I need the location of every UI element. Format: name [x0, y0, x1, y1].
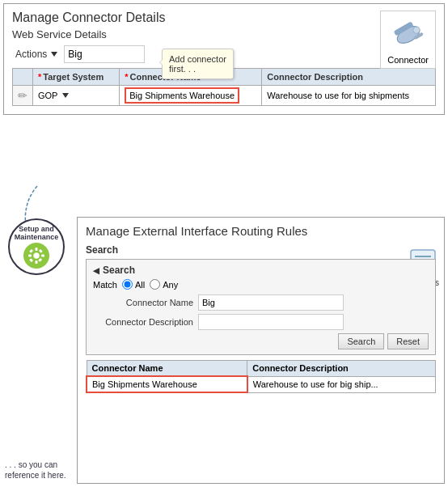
connector-name-cell: Big Shipments Warehouse — [120, 86, 262, 106]
section-title: Web Service Details — [12, 28, 436, 40]
result-col-desc: Connector Description — [247, 361, 436, 377]
search-button[interactable]: Search — [338, 333, 384, 349]
tooltip-box: Add connector first. . . — [162, 49, 234, 79]
svg-rect-7 — [36, 260, 38, 264]
match-row: Match All Any — [93, 279, 429, 290]
gop-value: GOP — [38, 91, 57, 100]
col-header-target: *Target System — [33, 69, 120, 86]
search-btn-row: Search Reset — [93, 333, 429, 349]
right-panel: Manage External Interface Routing Rules … — [77, 217, 445, 484]
tooltip-line1: Add connector — [169, 54, 226, 64]
gear-icon — [27, 247, 45, 265]
edit-cell[interactable]: ✏ — [13, 86, 33, 106]
reset-button[interactable]: Reset — [387, 333, 429, 349]
connector-icon — [388, 15, 429, 55]
gear-circle — [23, 243, 49, 269]
actions-label: Actions — [15, 49, 47, 60]
connector-icon-box: Connector — [380, 11, 436, 69]
dropdown-arrow-icon — [51, 52, 57, 57]
connector-name-highlighted: Big Shipments Warehouse — [125, 87, 239, 104]
connector-name-field[interactable] — [198, 294, 344, 311]
table-row: ✏ GOP Big Shipments Warehouse Warehouse … — [13, 86, 436, 106]
connector-icon-label: Connector — [387, 55, 429, 65]
svg-rect-11 — [38, 258, 42, 262]
required-star-2: * — [125, 72, 128, 82]
svg-rect-6 — [36, 248, 38, 251]
connector-desc-field-label: Connector Description — [93, 317, 198, 327]
search-section-label: Search — [86, 244, 436, 256]
top-panel: Manage Connector Details Web Service Det… — [3, 3, 445, 115]
match-label: Match — [93, 280, 117, 290]
result-name-cell: Big Shipments Warehouse — [87, 376, 247, 392]
connector-desc-cell: Warehouse to use for big shipments — [262, 86, 436, 106]
match-any-radio[interactable] — [150, 279, 160, 290]
search-box-title: ◀ Search — [93, 265, 429, 276]
svg-point-5 — [34, 253, 40, 259]
svg-rect-9 — [41, 255, 44, 257]
result-desc-cell: Warehouse to use for big ship... — [247, 376, 436, 392]
result-row: Big Shipments Warehouse Warehouse to use… — [87, 376, 436, 392]
setup-maintenance-circle[interactable]: Setup and Maintenance — [8, 218, 65, 275]
collapse-arrow-icon[interactable]: ◀ — [93, 266, 99, 275]
connector-desc-row: Connector Description — [93, 314, 429, 330]
annotation-text: . . . so you can reference it here. — [5, 459, 70, 481]
setup-label2: Maintenance — [15, 233, 59, 241]
right-panel-title: Manage External Interface Routing Rules — [86, 224, 436, 238]
select-arrow-icon[interactable] — [62, 93, 69, 98]
svg-rect-12 — [29, 258, 33, 262]
svg-rect-10 — [29, 249, 33, 253]
svg-rect-13 — [39, 249, 43, 253]
connector-name-field-label: Connector Name — [93, 298, 198, 307]
col-header-desc: Connector Description — [262, 69, 436, 86]
setup-label1: Setup and — [19, 225, 54, 233]
connector-desc-field[interactable] — [198, 314, 344, 330]
edit-pencil-icon[interactable]: ✏ — [18, 89, 27, 102]
match-all-radio[interactable] — [122, 279, 133, 290]
results-table: Connector Name Connector Description Big… — [86, 360, 436, 393]
search-box: ◀ Search Match All Any Connector Name Co… — [86, 259, 436, 355]
col-header-edit — [13, 69, 33, 86]
svg-point-2 — [412, 27, 419, 33]
target-system-cell: GOP — [33, 86, 120, 106]
svg-rect-8 — [28, 255, 32, 257]
actions-button[interactable]: Actions — [12, 47, 61, 61]
top-search-input[interactable] — [64, 45, 145, 63]
connector-name-row: Connector Name — [93, 294, 429, 311]
required-star: * — [38, 72, 41, 82]
match-all-radio-label[interactable]: All — [122, 279, 145, 290]
match-any-radio-label[interactable]: Any — [150, 279, 178, 290]
match-any-label: Any — [163, 280, 178, 290]
tooltip-line2: first. . . — [169, 64, 196, 74]
page-title: Manage Connector Details — [12, 11, 436, 25]
result-col-name: Connector Name — [87, 361, 247, 377]
match-all-label: All — [135, 280, 145, 290]
